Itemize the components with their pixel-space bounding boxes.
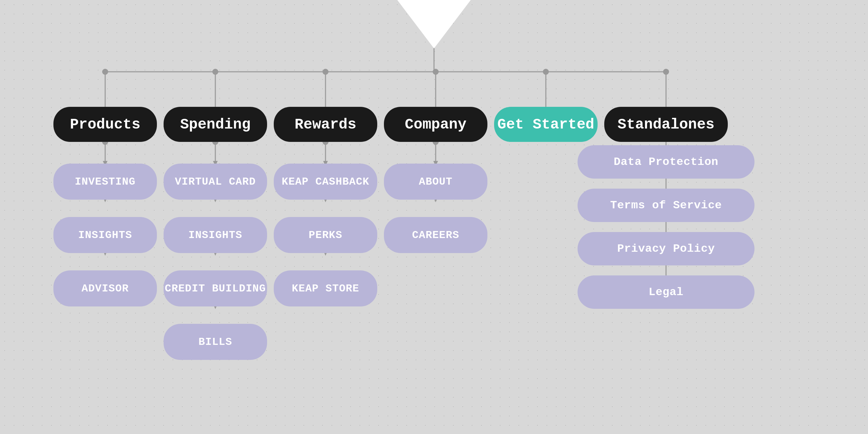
standalone-legal[interactable]: Legal [578, 275, 754, 309]
svg-point-8 [102, 69, 108, 75]
sub-virtual-card[interactable]: VIRTUAL CARD [163, 163, 267, 199]
standalone-data-protection[interactable]: Data Protection [578, 145, 754, 179]
sub-bills[interactable]: BILLS [163, 324, 267, 360]
svg-point-11 [433, 69, 439, 75]
sub-insights-spending[interactable]: INSIGHTS [163, 217, 267, 253]
nav-standalones[interactable]: Standalones [604, 107, 728, 142]
sub-about[interactable]: ABOUT [384, 163, 488, 199]
diagram: Products Spending Rewards Company Get St… [0, 0, 868, 434]
standalone-terms-of-service[interactable]: Terms of Service [578, 189, 754, 222]
svg-point-9 [212, 69, 218, 75]
nav-company[interactable]: Company [384, 107, 488, 142]
sub-investing[interactable]: INVESTING [54, 163, 157, 199]
sub-keap-cashback[interactable]: KEAP CASHBACK [274, 163, 377, 199]
nav-rewards[interactable]: Rewards [274, 107, 377, 142]
root-triangle [397, 0, 471, 49]
svg-point-10 [322, 69, 329, 75]
sub-perks[interactable]: PERKS [274, 217, 377, 253]
sub-credit-building[interactable]: CREDIT BUILDING [163, 271, 267, 307]
sub-keap-store[interactable]: KEAP STORE [274, 271, 377, 307]
sub-advisor[interactable]: ADVISOR [54, 271, 157, 307]
nav-products[interactable]: Products [54, 107, 157, 142]
sub-careers[interactable]: CAREERS [384, 217, 488, 253]
sub-insights-products[interactable]: INSIGHTS [54, 217, 157, 253]
nav-get-started[interactable]: Get Started [494, 107, 597, 142]
nav-spending[interactable]: Spending [163, 107, 267, 142]
svg-point-12 [543, 69, 549, 75]
svg-point-13 [663, 69, 669, 75]
standalone-privacy-policy[interactable]: Privacy Policy [578, 232, 754, 266]
